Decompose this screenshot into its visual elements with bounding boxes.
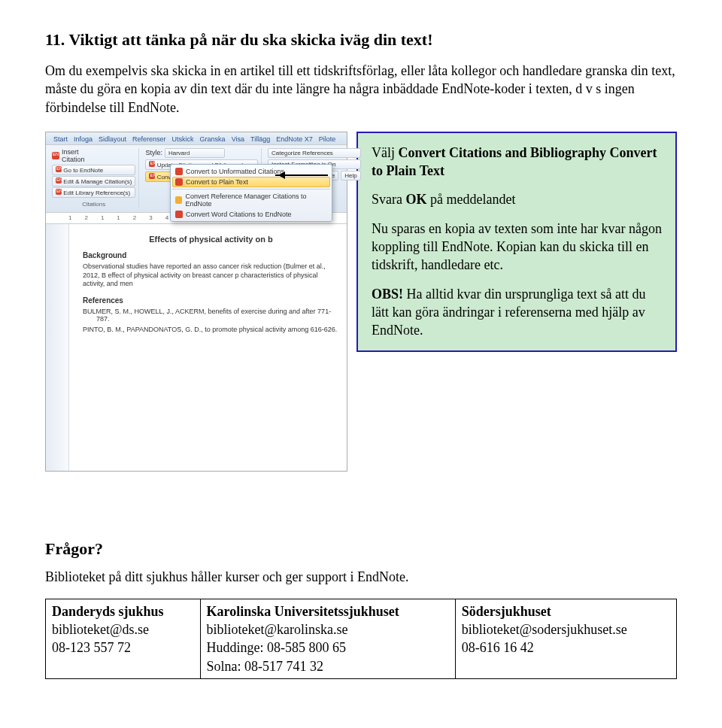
endnote-icon — [175, 168, 183, 175]
endnote-icon — [175, 178, 183, 186]
tab-utskick[interactable]: Utskick — [172, 135, 194, 143]
style-label: Style: — [145, 149, 162, 156]
references-heading: References — [83, 296, 339, 305]
intro-paragraph: Om du exempelvis ska skicka in en artike… — [45, 62, 677, 117]
instruction-callout: Välj Convert Citations and Bibliography … — [356, 132, 677, 352]
hospital-name: Karolinska Universitetssjukhuset — [207, 604, 399, 619]
menu-convert-word[interactable]: Convert Word Citations to EndNote — [172, 209, 330, 220]
ribbon-tabs: Start Infoga Sidlayout Referenser Utskic… — [46, 132, 347, 145]
categorize-references-button[interactable]: Categorize References — [268, 148, 361, 158]
arrow-icon — [275, 174, 328, 176]
left-margin — [46, 224, 69, 471]
contact-cell-sodersjukhuset: Södersjukhuset biblioteket@sodersjukhuse… — [455, 599, 676, 678]
contact-email: biblioteket@karolinska.se — [207, 622, 348, 637]
endnote-icon — [175, 211, 183, 218]
tab-endnote-x7[interactable]: EndNote X7 — [276, 135, 313, 143]
hospital-name: Södersjukhuset — [462, 604, 551, 619]
reference-entry: PINTO, B. M., PAPANDONATOS, G. D., to pr… — [83, 326, 339, 333]
edit-manage-citations-button[interactable]: Edit & Manage Citation(s) — [52, 176, 135, 187]
menu-convert-plain-text[interactable]: Convert to Plain Text — [172, 177, 330, 187]
tab-pilote[interactable]: Pilote — [319, 135, 336, 143]
background-heading: Background — [83, 251, 339, 259]
table-row: Danderyds sjukhus biblioteket@ds.se 08-1… — [46, 599, 677, 678]
questions-heading: Frågor? — [45, 539, 677, 559]
tab-infoga[interactable]: Infoga — [74, 135, 93, 143]
tab-tillagg[interactable]: Tillägg — [250, 135, 270, 143]
edit-library-reference-button[interactable]: Edit Library Reference(s) — [52, 187, 135, 198]
chunk-citations: Insert Citation Go to EndNote Edit & Man… — [49, 148, 139, 208]
callout-note: OBS! Ha alltid kvar din ursprungliga tex… — [372, 285, 662, 340]
hospital-name: Danderyds sjukhus — [52, 604, 164, 619]
tab-visa[interactable]: Visa — [232, 135, 244, 143]
insert-citation-label[interactable]: Insert Citation — [62, 148, 85, 163]
help-button[interactable]: Help — [341, 171, 360, 180]
tab-sidlayout[interactable]: Sidlayout — [99, 135, 126, 143]
contacts-table: Danderyds sjukhus biblioteket@ds.se 08-1… — [45, 599, 677, 679]
citations-group-label: Citations — [52, 201, 135, 208]
goto-endnote-button[interactable]: Go to EndNote — [52, 165, 135, 175]
tab-start[interactable]: Start — [53, 135, 68, 143]
contact-phone: Solna: 08-517 741 32 — [207, 659, 324, 674]
tab-referenser[interactable]: Referenser — [132, 135, 166, 143]
style-dropdown[interactable]: Harvard — [165, 148, 225, 158]
convert-dropdown-menu: Convert to Unformatted Citations Convert… — [170, 164, 332, 222]
reference-entry: BULMER, S. M., HOWELL, J., ACKERM, benef… — [83, 308, 339, 323]
callout-step-1: Välj Convert Citations and Bibliography … — [372, 144, 662, 180]
section-heading: 11. Viktigt att tänka på när du ska skic… — [45, 30, 677, 50]
callout-step-3: Nu sparas en kopia av texten som inte ha… — [372, 220, 662, 275]
background-paragraph: Observational studies have reported an a… — [83, 262, 339, 289]
contact-phone: 08-616 16 42 — [462, 640, 534, 655]
screenshot-row: Start Infoga Sidlayout Referenser Utskic… — [45, 132, 677, 472]
document-page: Effects of physical activity on b Backgr… — [69, 224, 347, 471]
contact-phone: 08-123 557 72 — [52, 640, 131, 655]
tab-granska[interactable]: Granska — [200, 135, 226, 143]
contact-phone: Huddinge: 08-585 800 65 — [207, 640, 346, 655]
rm-icon — [175, 196, 182, 204]
contact-cell-danderyd: Danderyds sjukhus biblioteket@ds.se 08-1… — [46, 599, 201, 678]
callout-step-2: Svara OK på meddelandet — [372, 190, 662, 208]
endnote-icon — [52, 152, 59, 159]
menu-convert-refman[interactable]: Convert Reference Manager Citations to E… — [172, 191, 330, 209]
references-list: BULMER, S. M., HOWELL, J., ACKERM, benef… — [83, 308, 339, 333]
document-area: Effects of physical activity on b Backgr… — [46, 224, 347, 471]
doc-title: Effects of physical activity on b — [83, 235, 339, 244]
contact-cell-karolinska: Karolinska Universitetssjukhuset bibliot… — [200, 599, 455, 678]
support-line: Biblioteket på ditt sjukhus håller kurse… — [45, 569, 677, 585]
contact-email: biblioteket@ds.se — [52, 622, 149, 637]
contact-email: biblioteket@sodersjukhuset.se — [462, 622, 627, 637]
word-screenshot: Start Infoga Sidlayout Referenser Utskic… — [45, 132, 347, 472]
